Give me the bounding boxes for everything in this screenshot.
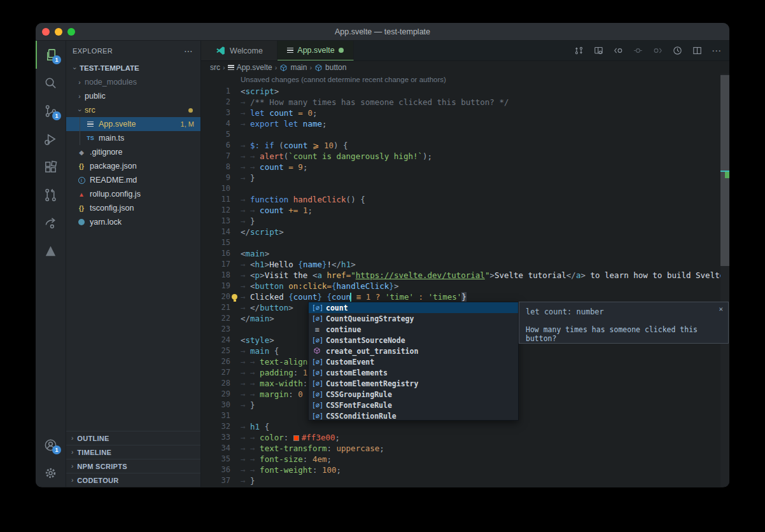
code-line-33[interactable]: 33→ → color: #ff3e00; [201,432,729,443]
code-line-34[interactable]: 34→ → text-transform: uppercase; [201,443,729,454]
search-activity-item[interactable] [36,69,66,97]
run-debug-activity-item[interactable] [36,125,66,153]
split-editor-icon[interactable] [692,45,703,56]
suggest-item-count[interactable]: [∅]count [309,302,518,313]
github-pr-activity-item[interactable] [36,181,66,209]
panel-outline[interactable]: ›OUTLINE [66,431,200,445]
panel-npm-scripts[interactable]: ›NPM SCRIPTS [66,459,200,473]
tree-item-label: yarn.lock [90,218,200,227]
tab-app-svelte[interactable]: App.svelte [277,41,354,60]
panel-timeline[interactable]: ›TIMELINE [66,445,200,459]
code-line-7[interactable]: 7→ → alert(`count is dangerously high!`)… [201,151,729,162]
code-line-15[interactable]: 15 [201,237,729,248]
more-actions-icon[interactable]: ⋯ [712,45,722,57]
close-window-button[interactable] [42,28,50,36]
suggest-item-customElements[interactable]: [∅]customElements [309,367,518,378]
tree-item-yarn-lock[interactable]: yarn.lock [66,215,200,229]
suggest-item-CSSGroupingRule[interactable]: [∅]CSSGroupingRule [309,389,518,400]
code-line-17[interactable]: 17→ <h1>Hello {name}!</h1> [201,259,729,270]
code-editor[interactable]: Unsaved changes (cannot determine recent… [201,74,729,487]
breadcrumb-label: button [325,63,346,72]
vertical-scrollbar[interactable] [720,74,729,487]
tree-item-package-json[interactable]: {}package.json [66,159,200,173]
modified-dot-icon[interactable] [339,48,344,53]
breadcrumb-item-button[interactable]: button [314,63,346,72]
explorer-activity-item[interactable]: 1 [36,41,66,69]
suggest-item-CustomEvent[interactable]: [∅]CustomEvent [309,356,518,367]
line-number: 1 [201,86,230,97]
code-line-20[interactable]: 20→ Clicked {count} {coun ≡ 1 ? 'time' :… [201,291,729,302]
line-content [230,410,241,421]
code-line-2[interactable]: 2→ /** How many times has someone clicke… [201,97,729,108]
code-line-5[interactable]: 5 [201,129,729,140]
line-number: 37 [201,475,230,486]
next-change-icon[interactable] [652,45,663,56]
settings-activity-item[interactable] [36,459,66,487]
symbol-variable-icon: [∅] [312,391,322,398]
tab-welcome[interactable]: Welcome [201,41,277,60]
tree-item-app-svelte[interactable]: App.svelte1, M [66,117,200,131]
panel-codetour[interactable]: ›CODETOUR [66,473,200,487]
line-content: → main { [230,346,279,356]
accounts-activity-item[interactable]: 1 [36,431,66,459]
code-line-8[interactable]: 8→ → count = 9; [201,162,729,172]
code-line-36[interactable]: 36→ → font-weight: 100; [201,465,729,475]
tree-item-tsconfig-json[interactable]: {}tsconfig.json [66,201,200,215]
azure-activity-item[interactable] [36,237,66,265]
code-line-37[interactable]: 37→ } [201,475,729,486]
suggest-item-CSSFontFaceRule[interactable]: [∅]CSSFontFaceRule [309,400,518,410]
code-line-11[interactable]: 11→ function handleClick() { [201,194,729,205]
line-number: 6 [201,140,230,151]
code-line-12[interactable]: 12→ → count += 1; [201,205,729,216]
tree-item-public[interactable]: ›public [66,89,200,103]
code-line-3[interactable]: 3→ let count = 0; [201,108,729,118]
open-changes-icon[interactable] [573,45,584,56]
line-number: 35 [201,454,230,465]
code-line-9[interactable]: 9→ } [201,172,729,183]
code-line-6[interactable]: 6→ $: if (count ⩾ 10) { [201,140,729,151]
tree-item-main-ts[interactable]: TSmain.ts [66,131,200,145]
code-line-16[interactable]: 16<main> [201,248,729,259]
code-line-13[interactable]: 13→ } [201,216,729,227]
breadcrumb-item-main[interactable]: main [279,63,307,72]
breadcrumb-item-app-svelte[interactable]: App.svelte [228,63,272,72]
tab-bar: WelcomeApp.svelte ⋯ [201,41,729,61]
previous-change-icon[interactable] [613,45,624,56]
zoom-window-button[interactable] [67,28,75,36]
current-change-icon[interactable] [633,45,643,56]
tree-item--gitignore[interactable]: ◆.gitignore [66,145,200,159]
suggest-item-create_out_transition[interactable]: create_out_transition [309,346,518,356]
live-share-activity-item[interactable] [36,209,66,237]
breadcrumb-item-src[interactable]: src [210,63,220,72]
file-history-icon[interactable] [672,45,683,56]
open-preview-icon[interactable] [593,45,604,56]
suggest-item-ConstantSourceNode[interactable]: [∅]ConstantSourceNode [309,335,518,346]
tree-item-test-template[interactable]: ›TEST-TEMPLATE [66,61,200,75]
code-line-4[interactable]: 4→ export let name; [201,118,729,129]
source-control-activity-item[interactable]: 1 [36,97,66,125]
minimize-window-button[interactable] [55,28,62,36]
more-actions-icon[interactable]: ⋯ [184,46,194,56]
lightbulb-icon[interactable] [232,294,237,300]
code-line-14[interactable]: 14</script> [201,227,729,237]
extensions-activity-item[interactable] [36,153,66,181]
suggest-item-CountQueuingStrategy[interactable]: [∅]CountQueuingStrategy [309,313,518,324]
tree-item-rollup-config-js[interactable]: ▲rollup.config.js [66,187,200,201]
code-line-35[interactable]: 35→ → font-size: 4em; [201,454,729,465]
tree-item-src[interactable]: ›src [66,103,200,117]
code-line-10[interactable]: 10 [201,183,729,194]
chevron-right-icon: › [71,463,73,470]
tree-item-label: src [85,106,188,115]
line-content: → function handleClick() { [230,194,365,205]
tree-item-node-modules[interactable]: ›node_modules [66,75,200,89]
code-line-1[interactable]: 1<script> [201,86,729,97]
code-line-32[interactable]: 32→ h1 { [201,421,729,432]
badge: 1 [52,111,61,120]
suggest-item-CSSConditionRule[interactable]: [∅]CSSConditionRule [309,410,518,421]
close-icon[interactable]: ✕ [719,305,723,313]
code-line-19[interactable]: 19→ <button on:click={handleClick}> [201,281,729,291]
suggest-item-continue[interactable]: ≡continue [309,324,518,335]
tree-item-readme-md[interactable]: iREADME.md [66,173,200,187]
code-line-18[interactable]: 18→ <p>Visit the <a href="https://svelte… [201,270,729,281]
suggest-item-CustomElementRegistry[interactable]: [∅]CustomElementRegistry [309,378,518,389]
